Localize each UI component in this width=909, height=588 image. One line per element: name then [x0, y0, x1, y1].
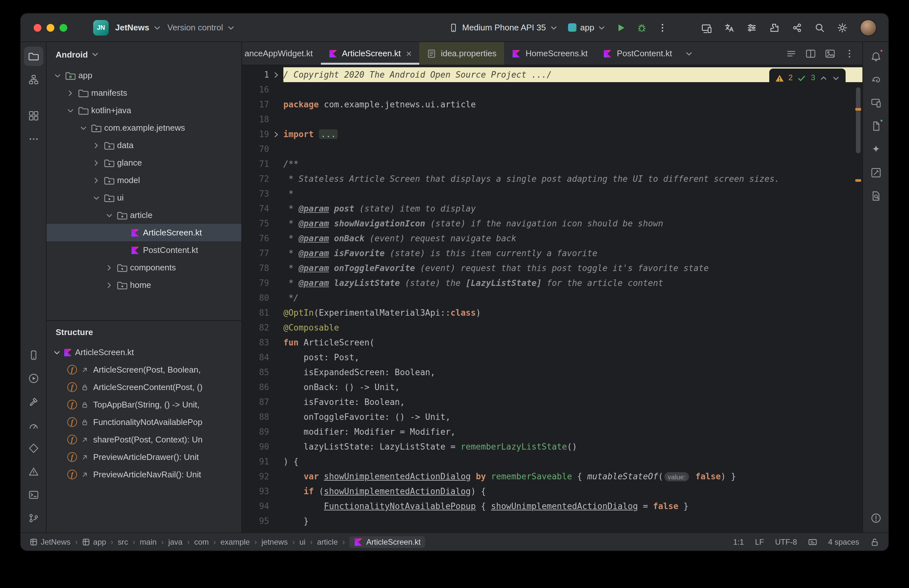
- line-number[interactable]: 80: [242, 291, 269, 305]
- tree-chevron[interactable]: [90, 141, 102, 149]
- line-number[interactable]: 77: [242, 246, 269, 261]
- code-line[interactable]: 86 onBack: () -> Unit,: [242, 380, 862, 394]
- line-number[interactable]: 90: [242, 439, 269, 454]
- notifications-tool-button[interactable]: [866, 47, 885, 66]
- line-number[interactable]: 78: [242, 261, 269, 276]
- warning-stripe-mark[interactable]: [855, 108, 861, 111]
- breadcrumb-item[interactable]: JetNews: [30, 537, 71, 546]
- structure-root[interactable]: ArticleScreen.kt: [47, 344, 241, 361]
- structure-item[interactable]: fArticleScreenContent(Post, (): [47, 378, 241, 396]
- structure-item[interactable]: fFunctionalityNotAvailablePop: [47, 414, 241, 431]
- code-line[interactable]: 78 * @param onToggleFavorite (event) req…: [242, 261, 862, 276]
- structure-item[interactable]: fTopAppBar(String, () -> Unit,: [47, 396, 241, 414]
- code-line[interactable]: 74 * @param post (state) item to display: [242, 201, 862, 216]
- line-number[interactable]: 95: [242, 514, 269, 528]
- indent-widget[interactable]: 4 spaces: [828, 537, 859, 546]
- tab-overflow-button[interactable]: [680, 42, 698, 65]
- line-number[interactable]: 82: [242, 320, 269, 335]
- line-number[interactable]: 87: [242, 394, 269, 409]
- tree-chevron[interactable]: [52, 71, 63, 79]
- code-line[interactable]: 17package com.example.jetnews.ui.article: [242, 97, 862, 112]
- project-tree-item[interactable]: ui: [47, 189, 241, 206]
- code-line[interactable]: 75 * @param showNavigationIcon (state) i…: [242, 216, 862, 231]
- code-line[interactable]: 94 FunctionalityNotAvailablePopup { show…: [242, 499, 862, 514]
- editor-tab[interactable]: idea.properties: [420, 42, 504, 65]
- tree-chevron[interactable]: [65, 107, 76, 114]
- code-line[interactable]: 84 post: Post,: [242, 350, 862, 365]
- line-number[interactable]: 70: [242, 142, 269, 157]
- more-tools-tool-button[interactable]: [24, 129, 43, 149]
- search-button[interactable]: [815, 22, 825, 33]
- line-number[interactable]: 89: [242, 424, 269, 439]
- project-tree-item[interactable]: com.example.jetnews: [47, 119, 241, 136]
- line-number[interactable]: 91: [242, 454, 269, 469]
- line-number[interactable]: 76: [242, 231, 269, 246]
- project-tree-item[interactable]: components: [47, 259, 241, 276]
- problems-tool-button[interactable]: [866, 509, 885, 528]
- share-button[interactable]: [792, 22, 802, 33]
- device-selector[interactable]: Medium Phone API 35: [449, 23, 558, 32]
- breadcrumb-item[interactable]: article: [317, 537, 338, 546]
- more-run-actions-button[interactable]: [658, 22, 668, 33]
- project-tool-button[interactable]: [24, 47, 43, 66]
- line-number[interactable]: 94: [242, 499, 269, 514]
- editor-scrollbar[interactable]: [856, 87, 861, 153]
- run-tool-button[interactable]: [24, 369, 43, 388]
- device-mirroring-button[interactable]: [701, 22, 712, 33]
- layout-inspector-tool-button[interactable]: [866, 163, 885, 183]
- line-number[interactable]: 93: [242, 484, 269, 499]
- settings-button[interactable]: [837, 22, 848, 33]
- line-number[interactable]: 92: [242, 469, 269, 484]
- line-number[interactable]: 18: [242, 112, 269, 127]
- code-line[interactable]: 76 * @param onBack (event) request navig…: [242, 231, 862, 246]
- breadcrumb-item[interactable]: java: [168, 537, 182, 546]
- project-tree-item[interactable]: data: [47, 136, 241, 154]
- tree-chevron[interactable]: [65, 89, 76, 97]
- editor-tab[interactable]: anceAppWidget.kt: [242, 42, 321, 65]
- quality-insights-tool-button[interactable]: [24, 462, 43, 481]
- code-line[interactable]: 79 * @param lazyListState (state) the [L…: [242, 276, 862, 291]
- editor-tab[interactable]: PostContent.kt: [596, 42, 680, 65]
- gradle-tool-button[interactable]: [866, 70, 885, 89]
- line-number[interactable]: 85: [242, 365, 269, 380]
- line-number[interactable]: 88: [242, 409, 269, 424]
- gutter-fold[interactable]: [269, 67, 283, 82]
- code-line[interactable]: 87 isFavorite: Boolean,: [242, 394, 862, 409]
- line-number[interactable]: 73: [242, 186, 269, 201]
- encoding-widget[interactable]: UTF-8: [775, 537, 797, 546]
- line-number[interactable]: 79: [242, 276, 269, 291]
- inspections-widget[interactable]: 2 3: [769, 69, 846, 87]
- code-line[interactable]: 83fun ArticleScreen(: [242, 335, 862, 350]
- breadcrumb-item[interactable]: app: [82, 537, 106, 546]
- next-problem-icon[interactable]: [832, 74, 840, 82]
- code-line[interactable]: 88 onToggleFavorite: () -> Unit,: [242, 409, 862, 424]
- close-window-button[interactable]: [34, 24, 41, 31]
- caret-position-widget[interactable]: 1:1: [733, 537, 744, 546]
- more-v-button[interactable]: [844, 48, 855, 58]
- code-line[interactable]: 18: [242, 112, 862, 127]
- breadcrumb-item[interactable]: com: [194, 537, 209, 546]
- code-line[interactable]: 70: [242, 142, 862, 157]
- code-line[interactable]: 19import ...: [242, 127, 862, 142]
- preview-button[interactable]: [825, 48, 835, 58]
- display-settings-button[interactable]: [747, 22, 757, 33]
- structure-item[interactable]: fArticleScreen(Post, Boolean,: [47, 361, 241, 378]
- plugins-button[interactable]: [769, 22, 780, 33]
- breadcrumb-item[interactable]: main: [140, 537, 157, 546]
- structure-item[interactable]: fPreviewArticleNavRail(): Unit: [47, 466, 241, 483]
- line-number[interactable]: 72: [242, 171, 269, 186]
- tree-chevron[interactable]: [103, 263, 115, 271]
- breadcrumb-item[interactable]: jetnews: [262, 537, 287, 546]
- tree-chevron[interactable]: [90, 159, 102, 166]
- project-view-selector[interactable]: Android: [47, 42, 241, 66]
- resource-manager-tool-button[interactable]: [24, 106, 43, 126]
- tree-chevron[interactable]: [90, 194, 102, 202]
- close-icon[interactable]: ×: [406, 48, 412, 58]
- version-control-tool-button[interactable]: [24, 509, 43, 528]
- code-line[interactable]: 93 if (showUnimplementedActionDialog) {: [242, 484, 862, 499]
- vcs-widget[interactable]: Version control: [168, 23, 235, 32]
- project-tree-item[interactable]: model: [47, 171, 241, 189]
- line-number[interactable]: 1: [242, 67, 269, 82]
- project-tree-item[interactable]: app: [47, 66, 241, 84]
- prev-problem-icon[interactable]: [820, 74, 827, 82]
